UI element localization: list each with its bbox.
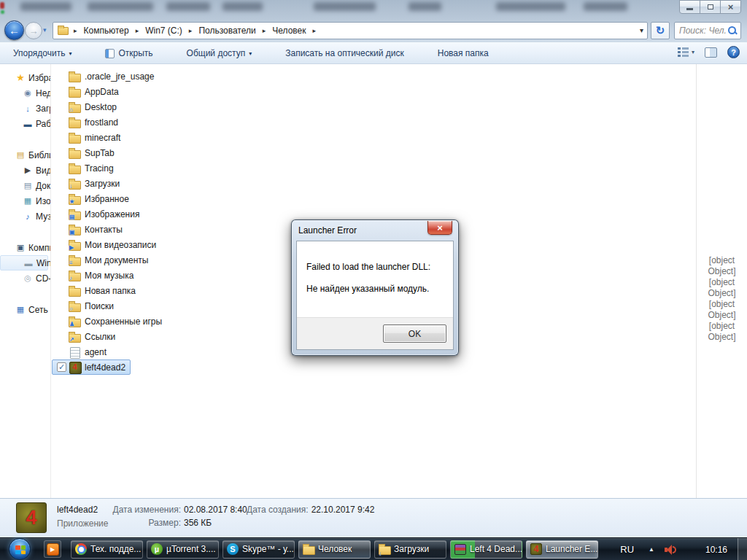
sidebar-item[interactable]: ▦ Сеть <box>0 302 50 317</box>
forward-button[interactable]: → <box>25 22 42 39</box>
checkbox[interactable]: ✓ <box>57 362 66 372</box>
sidebar-item-icon: ▣ <box>15 243 26 252</box>
address-dropdown-icon[interactable]: ▾ <box>640 26 643 34</box>
details-created: Дата создания: 22.10.2017 9:42 <box>247 505 374 515</box>
back-button[interactable]: ← <box>4 20 24 40</box>
file-row[interactable]: ✓ ▶ Мои видеозаписи <box>52 237 161 252</box>
file-row[interactable]: ✓ agent <box>52 344 112 359</box>
taskbar-button[interactable]: Тех. подде... <box>71 540 143 559</box>
sidebar-item[interactable]: ▬ Win7 (C:) <box>0 255 48 271</box>
quicklaunch-player-button[interactable]: ▶ <box>44 540 61 558</box>
file-row[interactable]: ✓ Новая папка <box>52 283 141 298</box>
taskbar-button[interactable]: Человек <box>298 540 371 559</box>
file-row[interactable]: ✓ ○ Поиски <box>52 298 119 314</box>
show-desktop-button[interactable] <box>738 538 747 560</box>
ok-button[interactable]: OK <box>383 324 446 343</box>
toolbar-button[interactable]: Упорядочить ▾ <box>9 46 76 61</box>
volume-icon[interactable] <box>665 544 678 556</box>
taskbar-app-icon <box>75 543 87 555</box>
file-row[interactable]: ✓ frostland <box>52 114 123 130</box>
file-row[interactable]: ✓ ≡ Мои документы <box>52 252 153 268</box>
file-icon-glyph <box>69 132 80 143</box>
preview-message-line: [object Object] <box>697 299 747 321</box>
breadcrumb-item[interactable]: Человек <box>269 24 309 37</box>
file-name: Новая папка <box>85 286 136 296</box>
toolbar-button[interactable]: Записать на оптический диск ▾ <box>281 46 409 61</box>
breadcrumb-separator[interactable]: ▸ <box>185 27 196 34</box>
sidebar-item[interactable]: ◉ Недавние места <box>0 85 50 101</box>
close-icon: × <box>437 222 443 233</box>
file-row[interactable]: ✓ ♟ Сохраненные игры <box>52 314 167 329</box>
file-row[interactable]: ✓ minecraft <box>52 130 125 145</box>
sidebar-item[interactable]: ▣ Компьютер <box>0 240 50 255</box>
views-button[interactable]: ▾ <box>678 47 694 58</box>
taskbar-button[interactable]: 4 Launcher E... <box>526 540 598 559</box>
file-row[interactable]: ✓ ♪ Моя музыка <box>52 268 139 283</box>
breadcrumb-separator[interactable]: ▸ <box>132 27 143 34</box>
preview-pane-button[interactable] <box>705 47 717 58</box>
preview-message: [object Object][object Object][object Ob… <box>697 255 747 343</box>
taskbar-button-label: µTorrent 3.... <box>166 544 216 554</box>
dialog-close-button[interactable]: × <box>427 221 452 235</box>
file-row[interactable]: ✓ ↗ Ссылки <box>52 329 120 344</box>
file-icon <box>69 163 81 174</box>
language-indicator[interactable]: RU <box>611 544 643 555</box>
close-button[interactable]: × <box>720 0 741 14</box>
history-dropdown[interactable]: ▾ <box>43 26 47 34</box>
taskbar-button[interactable]: Left 4 Dead... <box>450 540 522 559</box>
breadcrumb-item[interactable]: Компьютер <box>81 24 132 37</box>
folder-icon <box>58 27 69 35</box>
file-row[interactable]: ✓ SupTab <box>52 145 120 160</box>
sidebar-item-label: Недавние места <box>36 88 51 98</box>
sidebar-item-label: Изображения <box>36 196 51 206</box>
file-name: SupTab <box>85 148 115 158</box>
minimize-button[interactable] <box>679 0 700 14</box>
breadcrumb[interactable]: ▸ Компьютер ▸ Win7 (C:) ▸ Пользователи ▸… <box>53 22 648 39</box>
file-row[interactable]: ✓ ⌂ Desktop <box>52 99 122 114</box>
file-row[interactable]: ✓ .oracle_jre_usage <box>52 69 159 84</box>
file-row[interactable]: ✓ Tracing <box>52 160 119 176</box>
file-name: left4dead2 <box>85 362 125 373</box>
sidebar-item[interactable]: ▤ Библиотеки <box>0 147 50 163</box>
breadcrumb-item[interactable]: Пользователи <box>196 24 258 37</box>
sidebar-item[interactable]: ★ Избранное <box>0 70 50 85</box>
file-row[interactable]: ✓ ↓ Загрузки <box>52 176 125 191</box>
file-row[interactable]: ✓ ▤ Изображения <box>52 206 144 222</box>
taskbar-button[interactable]: µ µTorrent 3.... <box>147 540 219 559</box>
taskbar-button[interactable]: S Skype™ - у... <box>222 540 295 559</box>
chevron-down-icon: ▾ <box>249 50 252 57</box>
clock[interactable]: 10:16 <box>705 545 727 555</box>
sidebar-item[interactable]: ▬ Рабочий стол <box>0 116 50 131</box>
address-row: ← → ▾ ▸ Компьютер ▸ Win7 (C:) ▸ Пользова… <box>0 19 747 42</box>
search-icon[interactable] <box>727 26 738 36</box>
breadcrumb-item[interactable]: Win7 (C:) <box>142 24 185 37</box>
taskbar-app-icon <box>454 543 466 555</box>
restore-button[interactable] <box>700 0 721 14</box>
toolbar-button[interactable]: Открыть ▾ <box>101 46 157 61</box>
sidebar-item[interactable]: ▶ Видео <box>0 163 50 178</box>
refresh-button[interactable]: ↻ <box>651 22 670 39</box>
file-icon: ♪ <box>69 270 81 281</box>
toolbar-button[interactable]: Новая папка ▾ <box>433 46 493 61</box>
start-button[interactable] <box>9 538 31 560</box>
help-button[interactable]: ? <box>727 46 740 58</box>
restore-icon <box>708 4 713 9</box>
glass-reflection <box>20 2 71 11</box>
file-row[interactable]: ✓ ★ Избранное <box>52 191 134 206</box>
sidebar-item[interactable]: ↓ Загрузки <box>0 101 50 116</box>
search-input[interactable] <box>675 26 727 36</box>
breadcrumb-separator: ▸ <box>70 27 81 34</box>
file-icon-glyph <box>69 285 80 296</box>
sidebar-item[interactable]: ♪ Музыка <box>0 209 50 224</box>
sidebar-item[interactable]: ◎ CD-дисковод (D:) <box>0 271 50 286</box>
breadcrumb-separator[interactable]: ▸ <box>309 27 320 34</box>
taskbar-button[interactable]: ↓ Загрузки <box>374 540 446 559</box>
breadcrumb-separator[interactable]: ▸ <box>259 27 270 34</box>
tray-expand-icon[interactable]: ▲ <box>643 546 660 553</box>
file-row[interactable]: ✓ 4 left4dead2 <box>52 359 131 375</box>
sidebar-item[interactable]: ▤ Документы <box>0 178 50 193</box>
sidebar-item[interactable]: ▦ Изображения <box>0 193 50 209</box>
file-row[interactable]: ✓ AppData <box>52 84 124 99</box>
toolbar-button[interactable]: Общий доступ ▾ <box>182 46 257 61</box>
file-row[interactable]: ✓ ▣ Контакты <box>52 222 128 237</box>
